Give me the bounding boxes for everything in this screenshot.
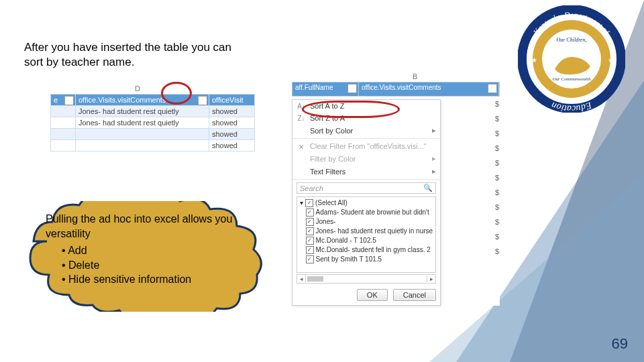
filter-dropdown-icon[interactable] — [488, 84, 497, 93]
annotation-oval — [302, 101, 400, 118]
callout-item: Add — [62, 243, 260, 258]
header-cell: officeVisit — [212, 96, 244, 104]
excel-header-row: aff.FullName office.Visits.visitComments — [292, 82, 500, 97]
clear-filter-icon: ⨯ — [297, 143, 306, 150]
checkbox-icon[interactable]: ✓ — [306, 237, 314, 245]
menu-clear-filter: ⨯Clear Filter From "officeVisits.visi...… — [292, 140, 440, 152]
menu-label: Sort by Color — [310, 127, 353, 135]
filter-dropdown-icon[interactable] — [347, 84, 357, 93]
excel-table-left: e office.Visits.visitComments officeVisi… — [50, 94, 255, 152]
header-cell: office.Visits.visitComments — [362, 84, 441, 91]
seal-inner-top: Our Children, — [556, 37, 586, 43]
filter-checklist[interactable]: ▾✓(Select All) ✓Adams- Student ate brown… — [297, 196, 436, 273]
checkbox-icon[interactable]: ✓ — [306, 218, 314, 226]
intro-text: After you have inserted the table you ca… — [24, 40, 252, 70]
filter-menu-buttons: OK Cancel — [292, 285, 440, 305]
checklist-item[interactable]: ✓Jones- had student rest quietly in nurs… — [300, 227, 434, 236]
cancel-button[interactable]: Cancel — [393, 289, 436, 301]
scroll-thumb[interactable] — [307, 276, 323, 282]
chevron-right-icon: ▸ — [432, 126, 436, 135]
menu-filter-color: Filter by Color▸ — [292, 152, 440, 165]
table-cell: Jones- had student rest quietly — [76, 106, 209, 117]
table-cell: showed — [209, 129, 255, 140]
table-cell: Jones- had student rest quietly — [76, 117, 209, 129]
callout-item: Delete — [62, 258, 260, 273]
table-cell: showed — [209, 117, 255, 129]
ok-button[interactable]: OK — [357, 289, 388, 301]
kde-seal: Kentucky Department of Education Our Chi… — [518, 5, 625, 113]
checklist-label: Jones- had student rest quietly in nurse — [316, 227, 433, 236]
table-cell — [51, 129, 76, 140]
checklist-label: Mc.Donald - T 102.5 — [316, 236, 376, 245]
header-cell: aff.FullName — [295, 84, 333, 91]
checkbox-icon[interactable]: ✓ — [306, 208, 314, 217]
chevron-right-icon: ▸ — [432, 167, 436, 176]
checklist-label: Sent by Smith T 101.5 — [316, 255, 382, 264]
menu-sort-color[interactable]: Sort by Color▸ — [292, 124, 440, 137]
menu-label: Text Filters — [310, 168, 345, 176]
table-cell: showed — [209, 140, 255, 152]
horizontal-scrollbar[interactable]: ◂ ▸ — [297, 274, 436, 284]
checkbox-icon[interactable]: ✓ — [306, 227, 314, 235]
table-cell — [51, 106, 76, 117]
table-cell — [51, 140, 76, 152]
menu-text-filters[interactable]: Text Filters▸ — [292, 165, 440, 178]
table-cell — [76, 140, 209, 152]
scroll-left-icon[interactable]: ◂ — [297, 276, 306, 282]
svg-text:★: ★ — [531, 56, 537, 64]
checklist-item[interactable]: ✓Sent by Smith T 101.5 — [300, 255, 434, 264]
scroll-right-icon[interactable]: ▸ — [427, 276, 435, 282]
slide: Kentucky Department of Education Our Chi… — [0, 0, 644, 362]
header-cell: office.Visits.visitComments — [78, 96, 166, 104]
checkbox-icon[interactable]: ✓ — [306, 255, 314, 263]
column-letter: B — [413, 72, 417, 80]
checkbox-icon[interactable]: ✓ — [305, 199, 313, 207]
callout-cloud: Pulling the ad hoc into excel allows you… — [27, 201, 275, 312]
table-cell: showed — [209, 106, 255, 117]
search-icon: 🔍 — [423, 184, 433, 192]
excel-screenshot-left: D e office.Visits.visitComments officeVi… — [50, 84, 255, 152]
menu-label: Filter by Color — [310, 155, 356, 163]
checklist-item[interactable]: ▾✓(Select All) — [300, 198, 434, 208]
page-number: 69 — [612, 335, 628, 353]
seal-inner-bottom: Our Commonwealth — [553, 76, 591, 82]
filter-dropdown-icon[interactable] — [64, 96, 74, 105]
chevron-right-icon: ▸ — [432, 154, 436, 163]
checklist-label: Mc.Donald- student fell in gym class. 2 — [316, 245, 431, 255]
menu-separator — [292, 179, 440, 180]
checklist-item[interactable]: ✓Jones- — [300, 217, 434, 227]
search-placeholder: Search — [300, 184, 323, 192]
tree-toggle-icon[interactable]: ▾ — [300, 198, 303, 208]
checklist-label: Adams- Student ate brownie but didn't — [316, 208, 429, 217]
table-cell — [76, 129, 209, 140]
filter-dropdown-icon[interactable] — [198, 96, 207, 105]
checklist-label: (Select All) — [315, 198, 347, 208]
sort-za-icon: Z↓ — [297, 115, 306, 122]
filter-menu: A↓Sort A to Z Z↓Sort Z to A Sort by Colo… — [292, 99, 441, 306]
callout-item: Hide sensitive information — [62, 272, 260, 287]
filter-search-box[interactable]: Search🔍 — [297, 182, 436, 194]
checklist-item[interactable]: ✓Mc.Donald- student fell in gym class. 2 — [300, 245, 434, 255]
checklist-item[interactable]: ✓Adams- Student ate brownie but didn't — [300, 208, 434, 217]
currency-column-hint: $$$$$$$$$$$ — [495, 97, 499, 259]
svg-text:★: ★ — [608, 56, 614, 64]
checklist-item[interactable]: ✓Mc.Donald - T 102.5 — [300, 236, 434, 245]
checkbox-icon[interactable]: ✓ — [306, 246, 314, 254]
checklist-label: Jones- — [316, 217, 336, 227]
menu-separator — [292, 138, 440, 139]
table-cell — [51, 117, 76, 129]
header-cell: e — [54, 96, 58, 104]
callout-text: Pulling the ad hoc into excel allows you… — [46, 212, 260, 287]
menu-label: Clear Filter From "officeVisits.visi..." — [310, 142, 427, 150]
annotation-circle — [161, 82, 192, 105]
callout-lead: Pulling the ad hoc into excel allows you… — [46, 212, 260, 241]
column-letter: D — [124, 84, 151, 94]
